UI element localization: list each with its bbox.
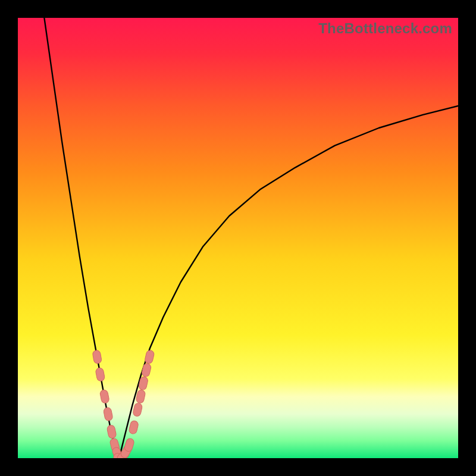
data-marker — [141, 363, 152, 377]
chart-frame: TheBottleneck.com — [0, 0, 476, 476]
data-marker — [103, 407, 113, 421]
data-marker — [132, 402, 143, 416]
data-marker — [107, 424, 117, 439]
curve-layer — [18, 18, 458, 458]
curve-right-branch — [119, 106, 458, 458]
data-marker — [99, 389, 109, 403]
curve-left-branch — [44, 18, 119, 458]
data-marker — [92, 350, 102, 364]
data-marker — [136, 389, 146, 403]
data-marker — [124, 437, 135, 452]
plot-area: TheBottleneck.com — [18, 18, 458, 458]
data-marker — [95, 367, 105, 381]
data-marker — [129, 420, 139, 434]
data-marker — [144, 350, 155, 364]
